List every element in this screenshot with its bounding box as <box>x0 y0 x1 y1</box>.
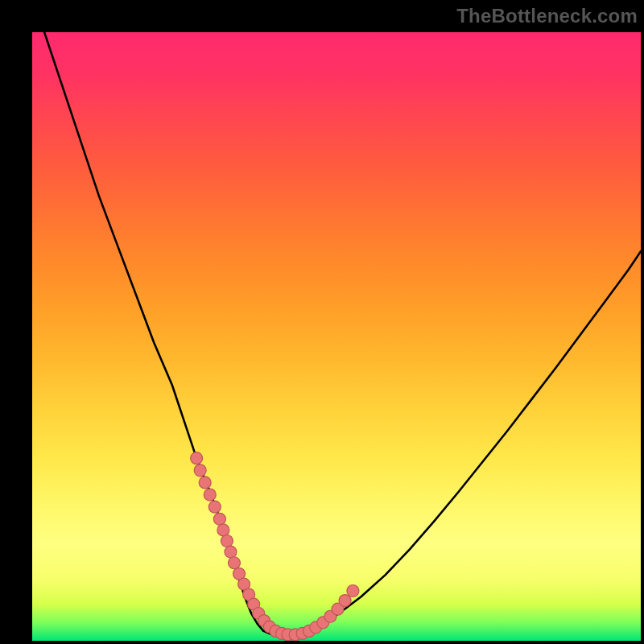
watermark-text: TheBottleneck.com <box>456 5 638 27</box>
data-dot <box>221 535 233 547</box>
data-dot <box>191 452 203 464</box>
data-dot <box>228 557 240 569</box>
data-dot <box>194 464 206 477</box>
plot-area <box>32 32 641 641</box>
data-dot <box>199 477 211 489</box>
data-dots <box>191 452 359 641</box>
data-dot <box>208 501 221 513</box>
data-dot <box>347 585 359 597</box>
data-dot <box>339 595 351 607</box>
data-dot <box>225 546 237 558</box>
chart-frame: TheBottleneck.com <box>0 0 644 644</box>
data-dot <box>217 524 229 536</box>
data-dot <box>213 513 225 525</box>
data-dot <box>204 489 216 501</box>
chart-svg <box>32 32 641 641</box>
bottleneck-curve <box>44 32 641 634</box>
